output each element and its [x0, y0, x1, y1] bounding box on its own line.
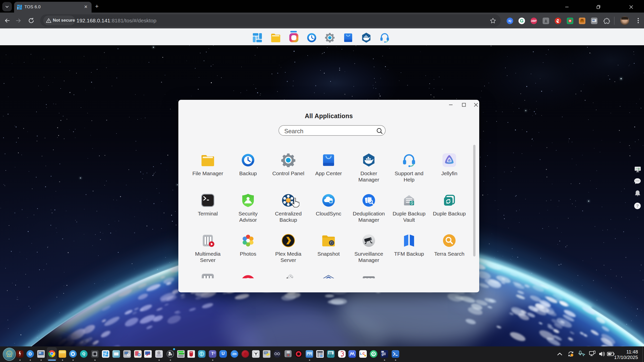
svg-text:?: ?: [636, 204, 639, 208]
